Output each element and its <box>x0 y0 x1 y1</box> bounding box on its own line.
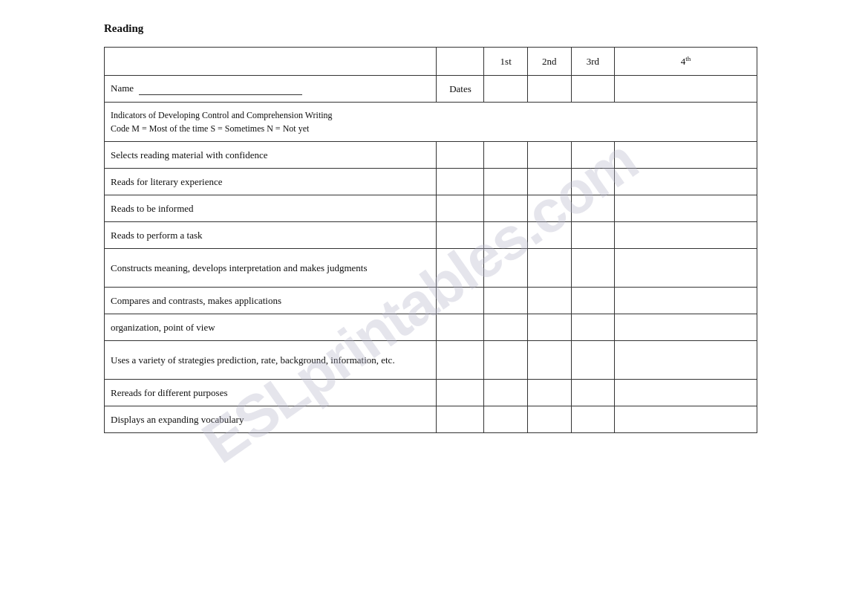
name-field: Name <box>105 76 437 103</box>
info-line2: Code M = Most of the time S = Sometimes … <box>111 123 309 134</box>
table-row: Reads to be informed <box>105 195 757 222</box>
row-q2-7 <box>528 341 572 380</box>
reading-table: 1st 2nd 3rd 4th Name Dates Indicators of… <box>104 47 757 433</box>
row-dates-4 <box>437 249 484 288</box>
name-q2-cell <box>528 76 572 103</box>
table-row: Selects reading material with confidence <box>105 142 757 169</box>
row-q3-3 <box>571 222 615 249</box>
row-q4-8 <box>615 380 757 406</box>
name-q4-cell <box>615 76 757 103</box>
row-q2-4 <box>528 249 572 288</box>
row-q1-7 <box>484 341 528 380</box>
row-label-7: Uses a variety of strategies prediction,… <box>105 341 437 380</box>
row-dates-8 <box>437 380 484 406</box>
row-q1-6 <box>484 314 528 341</box>
row-dates-2 <box>437 195 484 222</box>
row-label-9: Displays an expanding vocabulary <box>105 406 437 433</box>
info-cell: Indicators of Developing Control and Com… <box>105 103 757 142</box>
row-q3-2 <box>571 195 615 222</box>
name-label: Name <box>111 82 134 94</box>
name-q3-cell <box>571 76 615 103</box>
row-q4-4 <box>615 249 757 288</box>
row-label-8: Rereads for different purposes <box>105 380 437 406</box>
row-q3-8 <box>571 380 615 406</box>
row-q2-3 <box>528 222 572 249</box>
row-q2-8 <box>528 380 572 406</box>
table-row: Rereads for different purposes <box>105 380 757 406</box>
row-q4-6 <box>615 314 757 341</box>
table-row: Reads for literary experience <box>105 169 757 195</box>
row-q2-9 <box>528 406 572 433</box>
header-q1: 1st <box>484 48 528 76</box>
row-q4-2 <box>615 195 757 222</box>
name-row: Name Dates <box>105 76 757 103</box>
row-q1-0 <box>484 142 528 169</box>
row-q4-9 <box>615 406 757 433</box>
row-label-5: Compares and contrasts, makes applicatio… <box>105 288 437 314</box>
header-q2: 2nd <box>528 48 572 76</box>
table-row: Compares and contrasts, makes applicatio… <box>105 288 757 314</box>
table-row: Displays an expanding vocabulary <box>105 406 757 433</box>
row-q1-3 <box>484 222 528 249</box>
page-title: Reading <box>104 22 794 35</box>
header-q4: 4th <box>615 48 757 76</box>
q4-sup: th <box>685 55 691 62</box>
row-dates-3 <box>437 222 484 249</box>
row-q1-8 <box>484 380 528 406</box>
row-q1-9 <box>484 406 528 433</box>
info-line1: Indicators of Developing Control and Com… <box>111 110 333 120</box>
row-q2-6 <box>528 314 572 341</box>
row-q4-1 <box>615 169 757 195</box>
row-dates-1 <box>437 169 484 195</box>
row-dates-0 <box>437 142 484 169</box>
row-label-3: Reads to perform a task <box>105 222 437 249</box>
dates-label: Dates <box>437 76 484 103</box>
name-q1-cell <box>484 76 528 103</box>
row-dates-9 <box>437 406 484 433</box>
row-label-2: Reads to be informed <box>105 195 437 222</box>
row-q1-1 <box>484 169 528 195</box>
row-q4-0 <box>615 142 757 169</box>
row-label-0: Selects reading material with confidence <box>105 142 437 169</box>
table-header-row: 1st 2nd 3rd 4th <box>105 48 757 76</box>
row-label-4: Constructs meaning, develops interpretat… <box>105 249 437 288</box>
row-dates-6 <box>437 314 484 341</box>
row-q3-0 <box>571 142 615 169</box>
table-row: organization, point of view <box>105 314 757 341</box>
row-q3-1 <box>571 169 615 195</box>
row-q2-1 <box>528 169 572 195</box>
info-row: Indicators of Developing Control and Com… <box>105 103 757 142</box>
row-q1-4 <box>484 249 528 288</box>
row-label-1: Reads for literary experience <box>105 169 437 195</box>
row-q3-4 <box>571 249 615 288</box>
row-q3-9 <box>571 406 615 433</box>
row-q4-7 <box>615 341 757 380</box>
row-q3-5 <box>571 288 615 314</box>
name-underline <box>139 82 302 95</box>
header-q3: 3rd <box>571 48 615 76</box>
row-q2-2 <box>528 195 572 222</box>
row-q2-5 <box>528 288 572 314</box>
table-row: Uses a variety of strategies prediction,… <box>105 341 757 380</box>
row-q1-2 <box>484 195 528 222</box>
row-q1-5 <box>484 288 528 314</box>
row-q4-3 <box>615 222 757 249</box>
header-dates-col <box>437 48 484 76</box>
table-row: Reads to perform a task <box>105 222 757 249</box>
row-dates-5 <box>437 288 484 314</box>
table-row: Constructs meaning, develops interpretat… <box>105 249 757 288</box>
row-q3-6 <box>571 314 615 341</box>
row-q2-0 <box>528 142 572 169</box>
row-q3-7 <box>571 341 615 380</box>
row-label-6: organization, point of view <box>105 314 437 341</box>
row-dates-7 <box>437 341 484 380</box>
row-q4-5 <box>615 288 757 314</box>
header-label-col <box>105 48 437 76</box>
